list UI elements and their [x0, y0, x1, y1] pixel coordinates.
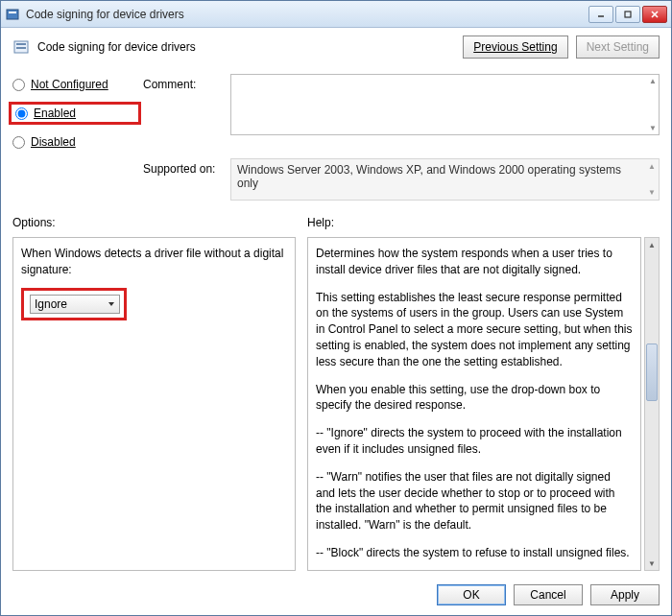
supported-on-text: Windows Server 2003, Windows XP, and Win… [237, 163, 621, 190]
apply-button[interactable]: Apply [590, 584, 660, 605]
section-labels: Options: Help: [12, 216, 660, 229]
dialog-window: Code signing for device drivers Code sig… [0, 0, 672, 616]
scroll-down-icon[interactable]: ▼ [645, 557, 659, 570]
panels: When Windows detects a driver file witho… [12, 237, 660, 571]
top-grid: Not Configured Enabled Disabled Comment:… [12, 74, 660, 201]
svg-marker-9 [108, 302, 114, 306]
comment-textbox[interactable]: ▲ ▼ [230, 74, 660, 135]
help-p2: This setting establishes the least secur… [316, 290, 633, 370]
options-panel: When Windows detects a driver file witho… [12, 237, 296, 571]
signature-response-dropdown[interactable]: Ignore [30, 295, 120, 314]
comment-label: Comment: [143, 74, 225, 91]
radio-disabled[interactable]: Disabled [12, 135, 137, 149]
chevron-down-icon [108, 297, 115, 311]
window-buttons [588, 6, 667, 23]
svg-rect-1 [9, 12, 16, 13]
scroll-thumb[interactable] [646, 344, 658, 401]
window-title: Code signing for device drivers [26, 8, 588, 21]
help-p1: Determines how the system responds when … [316, 246, 633, 278]
help-panel-wrap: Determines how the system responds when … [307, 237, 660, 571]
dropdown-highlight: Ignore [21, 288, 127, 320]
help-p6: -- "Block" directs the system to refuse … [316, 545, 633, 561]
maximize-button[interactable] [615, 6, 640, 23]
button-row: OK Cancel Apply [12, 575, 660, 605]
supported-on-box: Windows Server 2003, Windows XP, and Win… [230, 158, 660, 201]
supported-on-label: Supported on: [143, 158, 225, 176]
app-icon [5, 7, 20, 22]
radio-not-configured-input[interactable] [12, 79, 25, 91]
radio-enabled[interactable]: Enabled [9, 102, 141, 125]
radio-disabled-label: Disabled [31, 135, 76, 149]
content-area: Code signing for device drivers Previous… [1, 28, 671, 615]
title-bar: Code signing for device drivers [1, 1, 671, 28]
svg-rect-8 [16, 47, 26, 49]
help-p4: -- "Ignore" directs the system to procee… [316, 425, 633, 458]
ok-button[interactable]: OK [437, 584, 506, 605]
help-label: Help: [307, 216, 660, 229]
state-radio-group: Not Configured Enabled Disabled [12, 74, 137, 149]
help-panel: Determines how the system responds when … [307, 237, 641, 571]
policy-title: Code signing for device drivers [37, 40, 455, 54]
previous-setting-button[interactable]: Previous Setting [463, 36, 567, 59]
scroll-up-icon: ▲ [648, 162, 656, 171]
close-button[interactable] [642, 6, 667, 23]
radio-disabled-input[interactable] [12, 136, 25, 149]
scroll-up-icon[interactable]: ▲ [649, 77, 657, 85]
radio-not-configured-label: Not Configured [31, 78, 108, 91]
scroll-up-icon[interactable]: ▲ [645, 238, 659, 251]
help-scrollbar[interactable]: ▲ ▼ [644, 237, 660, 571]
svg-rect-7 [16, 43, 26, 45]
header-row: Code signing for device drivers Previous… [12, 36, 660, 64]
radio-not-configured[interactable]: Not Configured [12, 78, 137, 91]
scroll-down-icon: ▼ [648, 188, 656, 197]
cancel-button[interactable]: Cancel [514, 584, 583, 605]
help-p3: When you enable this setting, use the dr… [316, 382, 633, 415]
svg-rect-0 [7, 10, 18, 19]
radio-enabled-input[interactable] [15, 107, 28, 120]
help-p5: -- "Warn" notifies the user that files a… [316, 469, 633, 533]
policy-icon [12, 38, 30, 56]
detect-label: When Windows detects a driver file witho… [21, 246, 287, 278]
minimize-button[interactable] [588, 6, 613, 23]
dropdown-value: Ignore [35, 297, 67, 311]
radio-enabled-label: Enabled [34, 107, 76, 120]
next-setting-button[interactable]: Next Setting [576, 36, 660, 59]
svg-rect-3 [625, 12, 631, 17]
scroll-down-icon[interactable]: ▼ [649, 124, 657, 132]
options-label: Options: [12, 216, 296, 229]
